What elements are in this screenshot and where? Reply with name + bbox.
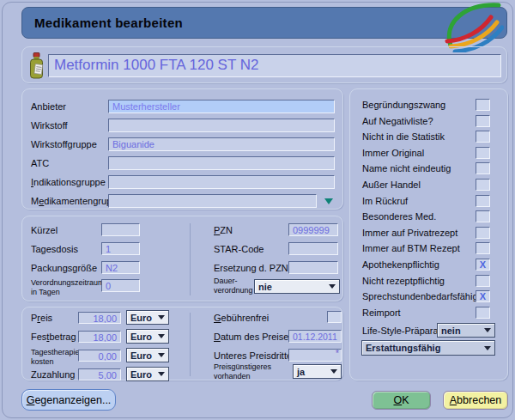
nicht-rezeptpflichtig-checkbox[interactable] bbox=[476, 275, 490, 287]
atc-field[interactable] bbox=[108, 156, 335, 170]
ersetzung-pzn-label: Ersetzung d. PZN bbox=[214, 263, 288, 273]
flag-row: ApothekenpflichtigX bbox=[350, 258, 507, 274]
dauerverordnung-dropdown[interactable]: nie bbox=[254, 279, 340, 294]
apothekenpflichtig-checkbox[interactable]: X bbox=[476, 259, 490, 271]
ok-button[interactable]: OK bbox=[372, 391, 431, 410]
gebuehrenfrei-label: Gebührenfrei bbox=[214, 313, 269, 323]
immer-privatrezept-checkbox[interactable] bbox=[476, 227, 490, 239]
flag-row: Begründungszwang bbox=[350, 98, 507, 114]
flag-row: Immer auf BTM Rezept bbox=[350, 241, 507, 258]
prices-panel: Preis 18,00 Euro Festbetrag 18,00 Euro T… bbox=[21, 307, 343, 380]
dauerverordnung-label: Dauer- verordnung bbox=[214, 277, 253, 295]
besonderes-med-checkbox[interactable] bbox=[476, 210, 490, 222]
flag-row: Immer Original bbox=[350, 146, 507, 162]
kuerzel-field[interactable] bbox=[101, 223, 140, 236]
required-asterisk: * bbox=[336, 349, 339, 358]
verordnungszeitraum-label: Verordnungszeitraum in Tagen bbox=[31, 278, 105, 297]
flags-panel: Begründungszwang Auf Negativliste? Nicht… bbox=[349, 88, 508, 380]
zuzahlung-label: Zuzahlung bbox=[31, 369, 75, 380]
flag-row: Immer auf Privatrezept bbox=[350, 226, 507, 242]
star-code-label: STAR-Code bbox=[214, 244, 264, 254]
brand-swoosh-logo bbox=[430, 3, 504, 52]
preis-currency-dropdown[interactable]: Euro bbox=[126, 310, 169, 325]
verordnungszeitraum-field[interactable]: 0 bbox=[101, 279, 140, 292]
tagesdosis-label: Tagesdosis bbox=[31, 244, 78, 254]
chevron-down-icon bbox=[158, 334, 165, 338]
flag-row: Nicht in die Statistik bbox=[350, 130, 507, 146]
unteres-preisdrittel-label: Unteres Preisdrittel bbox=[214, 350, 294, 361]
abbrechen-button[interactable]: Abbrechen bbox=[443, 391, 508, 410]
anbieter-label: Anbieter bbox=[31, 101, 66, 112]
medication-header-panel: Metformin 1000 FTA 120 ST N2 bbox=[21, 46, 507, 83]
preis-field[interactable]: 18,00 bbox=[78, 312, 121, 324]
medikamentengruppe-field[interactable] bbox=[108, 194, 317, 208]
name-nicht-eindeutig-checkbox[interactable] bbox=[476, 162, 490, 174]
ersetzung-pzn-field[interactable] bbox=[288, 261, 338, 274]
flag-row: Reimport bbox=[350, 306, 507, 322]
packungsgroesse-field[interactable]: N2 bbox=[101, 261, 140, 274]
wirkstoff-label: Wirkstoff bbox=[31, 120, 68, 131]
datum-des-preises-field[interactable]: 01.12.2011 bbox=[288, 330, 342, 343]
codes-panel: Kürzel Tagesdosis 1 Packungsgröße N2 Ver… bbox=[21, 216, 343, 301]
chevron-down-icon bbox=[484, 346, 491, 350]
tagestherapiekosten-field[interactable]: 0,00 bbox=[78, 350, 121, 362]
erstattungsfaehig-dropdown[interactable]: Erstattungsfähig bbox=[361, 340, 495, 356]
immer-btm-rezept-checkbox[interactable] bbox=[476, 242, 490, 254]
life-style-praeparat-label: Life-Style-Präparat bbox=[362, 326, 441, 336]
begruendungszwang-checkbox[interactable] bbox=[476, 99, 490, 111]
chevron-down-icon bbox=[329, 284, 336, 289]
flag-row: Auf Negativliste? bbox=[350, 114, 507, 131]
chevron-down-icon bbox=[158, 353, 165, 357]
im-rueckruf-checkbox[interactable] bbox=[476, 195, 490, 207]
flag-row: SprechstundenbedarfsfähigX bbox=[350, 289, 507, 306]
ausser-handel-checkbox[interactable] bbox=[476, 179, 490, 191]
flag-row: Außer Handel bbox=[350, 178, 507, 194]
kuerzel-label: Kürzel bbox=[31, 225, 58, 235]
zuzahlung-field[interactable]: 5,00 bbox=[78, 368, 121, 380]
sprechstundenbedarf-checkbox[interactable]: X bbox=[476, 290, 490, 302]
life-style-praeparat-dropdown[interactable]: nein bbox=[437, 323, 495, 338]
codes-panel-divider bbox=[190, 223, 191, 295]
chevron-down-icon bbox=[330, 369, 337, 374]
prices-panel-divider bbox=[190, 313, 191, 376]
tagestherapiekosten-currency-dropdown[interactable]: Euro bbox=[126, 348, 169, 362]
tagestherapiekosten-label: Tagestherapie- kosten bbox=[31, 348, 82, 367]
reimport-checkbox[interactable] bbox=[476, 307, 490, 319]
gegenanzeigen-button[interactable]: Gegenanzeigen... bbox=[21, 389, 116, 411]
chevron-down-icon bbox=[158, 372, 165, 376]
nicht-in-statistik-checkbox[interactable] bbox=[476, 131, 490, 143]
atc-label: ATC bbox=[31, 158, 49, 168]
pzn-field[interactable]: 0999999 bbox=[288, 223, 338, 236]
festbetrag-field[interactable]: 18,00 bbox=[78, 331, 121, 343]
flag-row: Nicht rezeptpflichtig bbox=[350, 274, 507, 290]
pzn-label: PZN bbox=[214, 225, 233, 235]
festbetrag-currency-dropdown[interactable]: Euro bbox=[126, 329, 169, 344]
gebuehrenfrei-checkbox[interactable] bbox=[327, 311, 342, 323]
zuzahlung-currency-dropdown[interactable]: Euro bbox=[126, 367, 169, 381]
flag-row: Name nicht eindeutig bbox=[350, 161, 507, 178]
immer-original-checkbox[interactable] bbox=[476, 147, 490, 159]
medikamentengruppe-dropdown-icon[interactable] bbox=[324, 198, 333, 204]
preisguenstigeres-dropdown[interactable]: ja bbox=[293, 364, 342, 379]
anbieter-field[interactable]: Musterhersteller bbox=[108, 100, 335, 113]
unteres-preisdrittel-field[interactable]: * bbox=[288, 349, 342, 362]
indikationsgruppe-label: Indikationsgruppe bbox=[31, 177, 106, 187]
flags-list: Begründungszwang Auf Negativliste? Nicht… bbox=[350, 98, 507, 321]
festbetrag-label: Festbetrag bbox=[31, 332, 76, 342]
indikationsgruppe-field[interactable] bbox=[108, 175, 335, 189]
preis-label: Preis bbox=[31, 313, 52, 323]
tagesdosis-field[interactable]: 1 bbox=[101, 242, 140, 255]
medication-name-field[interactable]: Metformin 1000 FTA 120 ST N2 bbox=[48, 54, 501, 77]
chevron-down-icon bbox=[484, 328, 491, 332]
flag-row: Im Rückruf bbox=[350, 194, 507, 210]
dialog-title: Medikament bearbeiten bbox=[34, 15, 183, 30]
packungsgroesse-label: Packungsgröße bbox=[31, 263, 97, 273]
auf-negativliste-checkbox[interactable] bbox=[476, 115, 490, 127]
medication-bottle-icon bbox=[28, 52, 45, 79]
wirkstoffgruppe-field[interactable]: Biguanide bbox=[108, 137, 335, 151]
flag-row: Besonderes Med. bbox=[350, 210, 507, 226]
star-code-field[interactable] bbox=[288, 242, 338, 255]
wirkstoff-field[interactable] bbox=[108, 119, 335, 132]
datum-des-preises-label: Datum des Preises bbox=[214, 332, 294, 342]
chevron-down-icon bbox=[158, 315, 165, 320]
